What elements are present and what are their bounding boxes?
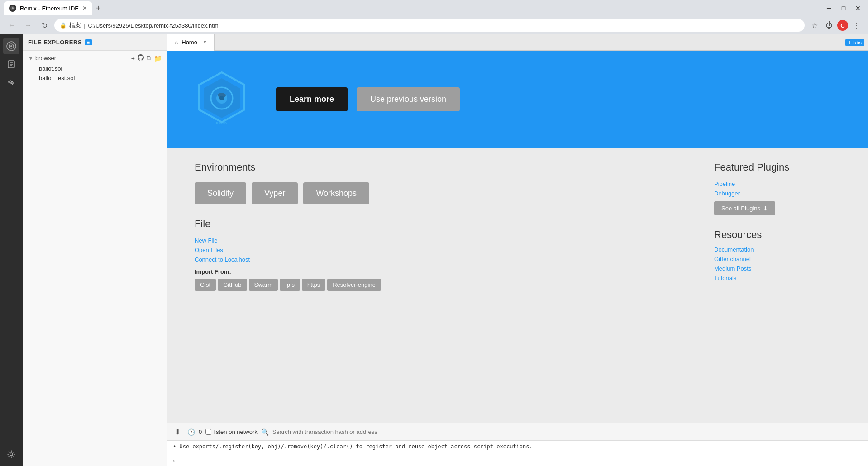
address-lock-icon: 🔒 [60,22,67,29]
see-all-plugins-button[interactable]: See all Plugins ⬇ [714,201,775,215]
file-explorer-badge: ■ [85,39,92,45]
file-list: ballot.sol ballot_test.sol [28,62,162,85]
forward-button[interactable]: → [22,19,34,32]
console-search-icon: 🔍 [261,428,269,436]
import-resolver-button[interactable]: Resolver-engine [327,279,381,291]
browser-section: ▼ browser + ⧉ 📁 ballot.sol ballot_test.s… [23,51,167,88]
env-buttons: Solidity Vyper Workshops [195,182,687,204]
featured-plugins-title: Featured Plugins [714,162,841,173]
add-file-button[interactable]: + [131,55,135,62]
console-search-input[interactable] [272,428,864,435]
tab-home[interactable]: ⌂ Home ✕ [167,34,215,51]
file-section-title: File [195,218,687,230]
browser-label[interactable]: browser [35,55,56,62]
file-item-ballot-test[interactable]: ballot_test.sol [28,73,162,83]
remix-logo: REMIX [195,70,249,129]
use-previous-version-button[interactable]: Use previous version [357,87,460,111]
sidebar-icon-remix[interactable] [3,38,19,54]
sidebar-icon-settings[interactable] [3,446,19,462]
github-button[interactable] [138,54,144,62]
tab-close-button[interactable]: ✕ [82,5,87,11]
app-container: FILE EXPLORERS ■ ▼ browser + ⧉ 📁 ballot.… [0,34,868,466]
refresh-button[interactable]: ↻ [38,19,51,32]
svg-text:REMIX: REMIX [216,121,228,125]
browser-toolbar-right: ☆ ⏻ C ⋮ [808,19,863,32]
browser-title-bar: Remix - Ethereum IDE ✕ + ─ □ ✕ [0,0,868,16]
console-prompt: › [167,455,868,466]
svg-point-3 [10,45,12,47]
import-github-button[interactable]: GitHub [218,279,247,291]
tab-home-label: Home [181,39,197,46]
gitter-channel-link[interactable]: Gitter channel [714,256,841,262]
console-history-icon: 🕐 [187,428,195,436]
file-item-ballot[interactable]: ballot.sol [28,64,162,73]
vyper-button[interactable]: Vyper [252,182,298,204]
file-explorer-header: FILE EXPLORERS ■ [23,34,167,51]
tab-home-close[interactable]: ✕ [203,39,207,45]
content-section: Environments Solidity Vyper Workshops Fi… [167,148,868,423]
tab-title: Remix - Ethereum IDE [20,5,79,12]
import-from-label: Import From: [195,268,687,275]
bookmark-button[interactable]: ☆ [808,19,821,32]
folder-button[interactable]: 📁 [154,55,162,62]
listen-network-checkbox[interactable] [205,429,211,435]
solidity-button[interactable]: Solidity [195,182,246,204]
content-right: Featured Plugins Pipeline Debugger See a… [714,162,841,409]
resources-title: Resources [714,229,841,241]
browser-tab-active[interactable]: Remix - Ethereum IDE ✕ [4,1,92,15]
copy-button[interactable]: ⧉ [147,54,151,62]
browser-collapse-icon: ▼ [28,55,33,62]
tab-bar: ⌂ Home ✕ 1 tabs [167,34,868,51]
import-gist-button[interactable]: Gist [195,279,216,291]
power-button[interactable]: ⏻ [823,19,835,32]
import-buttons: Gist GitHub Swarm Ipfs https Resolver-en… [195,279,687,291]
debugger-plugin-link[interactable]: Debugger [714,190,841,197]
svg-point-8 [10,453,13,456]
browser-chrome: Remix - Ethereum IDE ✕ + ─ □ ✕ ← → ↻ 🔒 檔… [0,0,868,34]
svg-point-13 [219,96,224,100]
listen-network-label[interactable]: listen on network [205,428,258,435]
address-box[interactable]: 🔒 檔案 | C:/Users/92925/Desktop/remix-f25a… [54,19,805,32]
sidebar-icon-files[interactable] [3,56,19,72]
tutorials-link[interactable]: Tutorials [714,275,841,281]
console-count: 0 [199,428,202,435]
import-https-button[interactable]: https [302,279,325,291]
menu-button[interactable]: ⋮ [850,19,863,32]
console-output: • Use exports/.register(key, obj)/.remov… [167,441,868,455]
maximize-button[interactable]: □ [837,2,850,14]
close-window-button[interactable]: ✕ [852,2,864,14]
documentation-link[interactable]: Documentation [714,246,841,253]
content-left: Environments Solidity Vyper Workshops Fi… [195,162,687,409]
browser-address-bar: ← → ↻ 🔒 檔案 | C:/Users/92925/Desktop/remi… [0,16,868,34]
console-prompt-arrow[interactable]: › [173,457,175,464]
connect-localhost-link[interactable]: Connect to Localhost [195,256,687,263]
main-content: ⌂ Home ✕ 1 tabs REMIX Learn more Use pre… [167,34,868,466]
window-controls: ─ □ ✕ [823,2,864,14]
sidebar-icon-plugins[interactable] [3,74,19,90]
user-avatar[interactable]: C [837,20,848,31]
address-separator: | [84,22,85,29]
new-tab-button[interactable]: + [96,4,101,13]
back-button[interactable]: ← [5,19,18,32]
hero-buttons: Learn more Use previous version [276,87,460,111]
console-toolbar: ⬇ 🕐 0 listen on network 🔍 [167,423,868,441]
address-protocol: 檔案 [69,21,81,29]
address-path: C:/Users/92925/Desktop/remix-f25a380/ind… [88,22,219,29]
open-files-link[interactable]: Open Files [195,247,687,253]
console-collapse-button[interactable]: ⬇ [171,426,184,438]
import-swarm-button[interactable]: Swarm [249,279,278,291]
bottom-console: ⬇ 🕐 0 listen on network 🔍 • Use exports/… [167,423,868,466]
download-icon: ⬇ [763,205,768,212]
console-output-prefix: • [173,443,176,450]
medium-posts-link[interactable]: Medium Posts [714,265,841,272]
hero-section: REMIX Learn more Use previous version [167,51,868,148]
file-explorer-panel: FILE EXPLORERS ■ ▼ browser + ⧉ 📁 ballot.… [23,34,167,466]
tab-home-icon: ⌂ [175,39,178,46]
environments-title: Environments [195,162,687,173]
pipeline-plugin-link[interactable]: Pipeline [714,181,841,187]
import-ipfs-button[interactable]: Ipfs [280,279,300,291]
workshops-button[interactable]: Workshops [303,182,369,204]
new-file-link[interactable]: New File [195,237,687,244]
minimize-button[interactable]: ─ [823,2,835,14]
learn-more-button[interactable]: Learn more [276,87,348,111]
